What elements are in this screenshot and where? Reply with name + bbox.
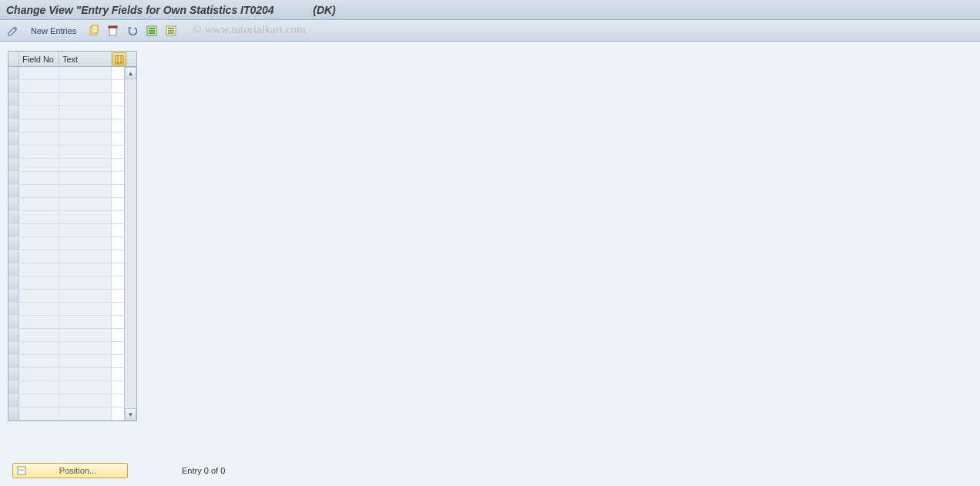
cell-text[interactable]: [59, 132, 112, 145]
cell-fieldno[interactable]: [19, 132, 59, 145]
cell-fieldno[interactable]: [19, 263, 59, 276]
cell-text[interactable]: [59, 342, 112, 354]
cell-text[interactable]: [59, 290, 112, 302]
row-selector[interactable]: [8, 290, 19, 302]
cell-fieldno[interactable]: [19, 80, 59, 92]
vertical-scrollbar[interactable]: ▲ ▼: [124, 67, 136, 421]
cell-fieldno[interactable]: [19, 211, 59, 223]
select-all-icon[interactable]: [143, 22, 160, 39]
cell-text[interactable]: [59, 172, 112, 184]
row-selector[interactable]: [8, 263, 19, 276]
copy-icon[interactable]: [86, 22, 102, 39]
cell-text[interactable]: [59, 237, 112, 250]
cell-fieldno[interactable]: [19, 185, 59, 197]
cell-fieldno[interactable]: [19, 67, 59, 79]
cell-text[interactable]: [59, 185, 112, 197]
row-selector[interactable]: [8, 146, 19, 158]
cell-text[interactable]: [59, 93, 112, 106]
deselect-all-icon[interactable]: [163, 22, 180, 39]
cell-fieldno[interactable]: [19, 237, 59, 250]
scroll-up-icon[interactable]: ▲: [125, 67, 136, 79]
select-all-rows[interactable]: [8, 52, 19, 66]
cell-fieldno[interactable]: [19, 224, 59, 236]
cell-text[interactable]: [59, 198, 112, 210]
cell-fieldno[interactable]: [19, 198, 59, 210]
delete-icon[interactable]: [105, 22, 122, 39]
cell-fieldno[interactable]: [19, 159, 59, 171]
cell-fieldno[interactable]: [19, 394, 59, 407]
cell-text[interactable]: [59, 263, 112, 276]
row-selector[interactable]: [8, 250, 19, 263]
row-selector[interactable]: [8, 119, 19, 132]
row-selector[interactable]: [8, 381, 19, 394]
cell-fieldno[interactable]: [19, 381, 59, 394]
row-selector[interactable]: [8, 159, 19, 171]
table-row: [8, 407, 136, 421]
row-selector[interactable]: [8, 211, 19, 223]
scroll-down-icon[interactable]: ▼: [125, 408, 136, 421]
row-selector[interactable]: [8, 407, 19, 420]
undo-icon[interactable]: [124, 22, 141, 39]
cell-text[interactable]: [59, 250, 112, 263]
cell-text[interactable]: [59, 277, 112, 289]
cell-text[interactable]: [59, 211, 112, 223]
row-selector[interactable]: [8, 80, 19, 92]
row-selector[interactable]: [8, 93, 19, 106]
cell-text[interactable]: [59, 159, 112, 171]
cell-fieldno[interactable]: [19, 106, 59, 119]
data-table: Field No Text ▲ ▼: [8, 51, 137, 421]
cell-fieldno[interactable]: [19, 316, 59, 328]
cell-fieldno[interactable]: [19, 93, 59, 106]
cell-text[interactable]: [59, 303, 112, 315]
cell-fieldno[interactable]: [19, 407, 59, 420]
cell-text[interactable]: [59, 119, 112, 132]
cell-text[interactable]: [59, 106, 112, 119]
row-selector[interactable]: [8, 355, 19, 367]
row-selector[interactable]: [8, 132, 19, 145]
cell-text[interactable]: [59, 355, 112, 367]
cell-text[interactable]: [59, 368, 112, 380]
row-selector[interactable]: [8, 316, 19, 328]
row-selector[interactable]: [8, 185, 19, 197]
row-selector[interactable]: [8, 303, 19, 315]
cell-text[interactable]: [59, 80, 112, 92]
row-selector[interactable]: [8, 277, 19, 289]
cell-text[interactable]: [59, 146, 112, 158]
table-row: [8, 263, 136, 277]
position-button[interactable]: Position...: [12, 463, 128, 478]
new-entries-button[interactable]: New Entries: [24, 23, 83, 39]
row-selector[interactable]: [8, 172, 19, 184]
row-selector[interactable]: [8, 368, 19, 380]
table-row: [8, 394, 136, 407]
cell-text[interactable]: [59, 407, 112, 420]
cell-fieldno[interactable]: [19, 172, 59, 184]
row-selector[interactable]: [8, 237, 19, 250]
row-selector[interactable]: [8, 67, 19, 79]
cell-fieldno[interactable]: [19, 342, 59, 354]
column-header-text[interactable]: Text: [59, 52, 112, 66]
row-selector[interactable]: [8, 224, 19, 236]
cell-fieldno[interactable]: [19, 303, 59, 315]
row-selector[interactable]: [8, 342, 19, 354]
cell-fieldno[interactable]: [19, 290, 59, 302]
cell-text[interactable]: [59, 381, 112, 394]
cell-fieldno[interactable]: [19, 119, 59, 132]
column-header-fieldno[interactable]: Field No: [19, 52, 59, 66]
cell-fieldno[interactable]: [19, 368, 59, 380]
cell-fieldno[interactable]: [19, 329, 59, 341]
row-selector[interactable]: [8, 329, 19, 341]
row-selector[interactable]: [8, 106, 19, 119]
cell-text[interactable]: [59, 316, 112, 328]
cell-text[interactable]: [59, 224, 112, 236]
cell-fieldno[interactable]: [19, 355, 59, 367]
cell-text[interactable]: [59, 329, 112, 341]
row-selector[interactable]: [8, 198, 19, 210]
cell-text[interactable]: [59, 394, 112, 407]
cell-text[interactable]: [59, 67, 112, 79]
cell-fieldno[interactable]: [19, 146, 59, 158]
table-settings-icon[interactable]: [112, 52, 126, 65]
toggle-change-icon[interactable]: [5, 22, 22, 39]
cell-fieldno[interactable]: [19, 277, 59, 289]
row-selector[interactable]: [8, 394, 19, 407]
cell-fieldno[interactable]: [19, 250, 59, 263]
